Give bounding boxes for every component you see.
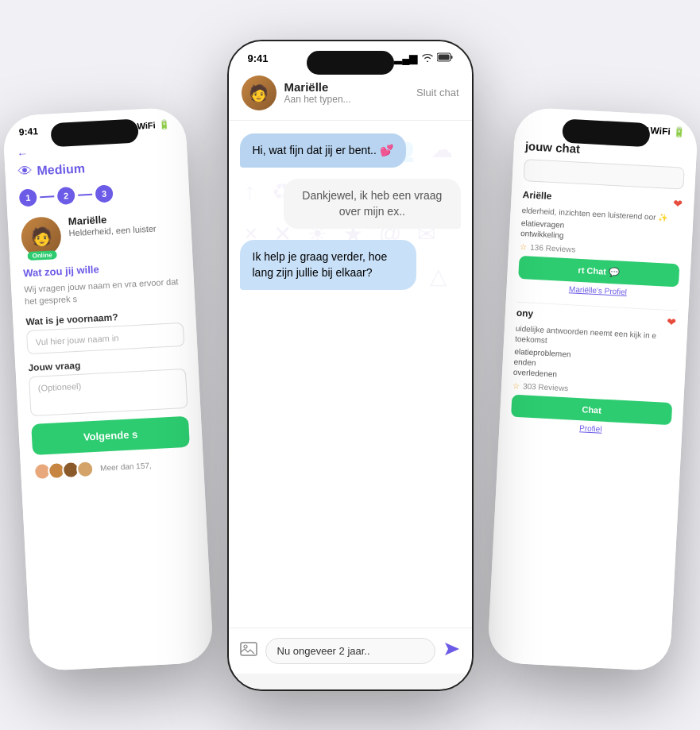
center-battery-icon [437, 52, 453, 64]
scene: 9:41 ▂▄▆ WiFi 🔋 ← 👁 Medium 1 [9, 16, 692, 715]
right-content: jouw chat Ariëlle ❤ elderheid, inzichten… [498, 132, 697, 454]
message-1: Hi, wat fijn dat jij er bent.. 💕 [240, 133, 406, 168]
right-battery-icon: 🔋 [672, 126, 685, 137]
right-page-title: jouw chat [524, 139, 686, 161]
image-icon[interactable] [240, 640, 257, 662]
message-3: Ik help je graag verder, hoe lang zijn j… [240, 240, 416, 290]
phone-right: ▂▄▆ WiFi 🔋 jouw chat Ariëlle ❤ elderheid… [486, 106, 698, 671]
message-1-text: Hi, wat fijn dat jij er bent.. 💕 [253, 144, 393, 156]
next-button[interactable]: Volgende s [31, 415, 190, 454]
chat-messages: @✉♡✓ 👥☁↑♻ ◆🌐▽△ ×✕☀★ @✉👤♡ ✓☁◇△ Hi, wat fi… [229, 121, 472, 628]
left-content: ← 👁 Medium 1 2 3 🧑 [3, 132, 203, 487]
chat-header-info: Mariëlle Aan het typen... [284, 80, 351, 105]
chat-input-area: Nu ongeveer 2 jaar.. [229, 628, 472, 674]
right-chat-btn-1[interactable]: rt Chat 💬 [518, 255, 679, 287]
right-search-bar[interactable] [523, 159, 684, 190]
center-screen: 9:41 ▂▄▆ 🧑 Mariëlle Aan h [229, 41, 472, 689]
svg-point-4 [244, 645, 247, 648]
message-3-text: Ik help je graag verder, hoe lang zijn j… [253, 250, 388, 279]
chat-area: @✉♡✓ 👥☁↑♻ ◆🌐▽△ ×✕☀★ @✉👤♡ ✓☁◇△ Hi, wat fi… [229, 121, 472, 674]
reviews-count-1: 136 Reviews [529, 242, 575, 253]
mini-avatar-4 [75, 459, 94, 477]
right-advisor-card-1: Ariëlle ❤ elderheid, inzichten een luist… [517, 189, 683, 303]
right-advisor-2-tags: elatieproblemen enden overledenen [512, 346, 675, 384]
step-1: 1 [18, 188, 37, 207]
question-input[interactable]: (Optioneel) [29, 368, 188, 415]
star-icon-2: ☆ [512, 380, 520, 389]
message-2: Dankjewel, ik heb een vraag over mijn ex… [284, 179, 460, 229]
reviews-count-2: 303 Reviews [522, 381, 568, 392]
step-2: 2 [56, 186, 75, 204]
center-wifi-icon [422, 52, 433, 64]
chat-header-left: 🧑 Mariëlle Aan het typen... [242, 75, 351, 110]
advisor-card: 🧑 Online Mariëlle Helderheid, een luiste… [20, 210, 179, 257]
phone-center: 9:41 ▂▄▆ 🧑 Mariëlle Aan h [227, 40, 474, 691]
advisor-info: Mariëlle Helderheid, een luister [68, 211, 157, 255]
chat-input[interactable]: Nu ongeveer 2 jaar.. [265, 638, 435, 664]
star-icon-1: ☆ [519, 241, 527, 250]
signal-icon: ▂▄▆ [114, 121, 133, 132]
avatars-row: Meer dan 157, [33, 454, 191, 480]
right-status-icons: ▂▄▆ WiFi 🔋 [626, 123, 685, 137]
right-advisor-1-name: Ariëlle [522, 189, 551, 202]
steps-indicator: 1 2 3 [18, 181, 176, 207]
right-advisor-card-2: ony ❤ uidelijke antwoorden neemt een kij… [509, 307, 676, 441]
online-badge: Online [27, 250, 56, 261]
advisor-avatar: 🧑 Online [20, 215, 62, 257]
close-chat-button[interactable]: Sluit chat [416, 87, 458, 98]
right-signal-icon: ▂▄▆ [626, 123, 648, 135]
right-chat-btn-2[interactable]: Chat [511, 394, 672, 425]
right-screen: ▂▄▆ WiFi 🔋 jouw chat Ariëlle ❤ elderheid… [486, 106, 698, 671]
left-status-icons: ▂▄▆ WiFi 🔋 [114, 118, 170, 132]
message-2-text: Dankjewel, ik heb een vraag over mijn ex… [302, 189, 442, 218]
left-screen: 9:41 ▂▄▆ WiFi 🔋 ← 👁 Medium 1 [2, 106, 213, 671]
step-line-2 [78, 193, 92, 195]
send-button[interactable] [443, 640, 461, 662]
chat-header: 🧑 Mariëlle Aan het typen... Sluit chat [229, 68, 472, 121]
page-title: Medium [37, 160, 85, 177]
eye-icon: 👁 [17, 162, 32, 180]
center-signal-icon: ▂▄▆ [394, 52, 417, 64]
center-status-bar: 9:41 ▂▄▆ [229, 41, 472, 68]
favorite-icon-2[interactable]: ❤ [667, 315, 677, 328]
section-title: Wat zou jij wille [22, 259, 180, 279]
svg-rect-1 [451, 56, 452, 59]
center-status-icons: ▂▄▆ [394, 52, 452, 64]
right-advisor-2-name: ony [516, 307, 533, 319]
battery-icon: 🔋 [158, 118, 170, 129]
step-line-1 [40, 195, 54, 198]
firstname-input[interactable]: Vul hier jouw naam in [25, 322, 184, 353]
right-wifi-icon: WiFi [650, 125, 671, 137]
favorite-icon-1[interactable]: ❤ [672, 196, 683, 210]
chat-advisor-name: Mariëlle [284, 80, 351, 94]
user-count: Meer dan 157, [99, 461, 151, 472]
chat-advisor-status: Aan het typen... [284, 94, 351, 105]
svg-rect-2 [438, 54, 449, 60]
center-time: 9:41 [248, 52, 269, 64]
step-3: 3 [95, 184, 113, 203]
section-sub: Wij vragen jouw naam en vra ervoor dat h… [23, 276, 181, 308]
phone-left: 9:41 ▂▄▆ WiFi 🔋 ← 👁 Medium 1 [2, 106, 213, 671]
chat-avatar: 🧑 [242, 75, 277, 110]
wifi-icon: WiFi [137, 120, 156, 130]
left-time: 9:41 [18, 126, 38, 137]
